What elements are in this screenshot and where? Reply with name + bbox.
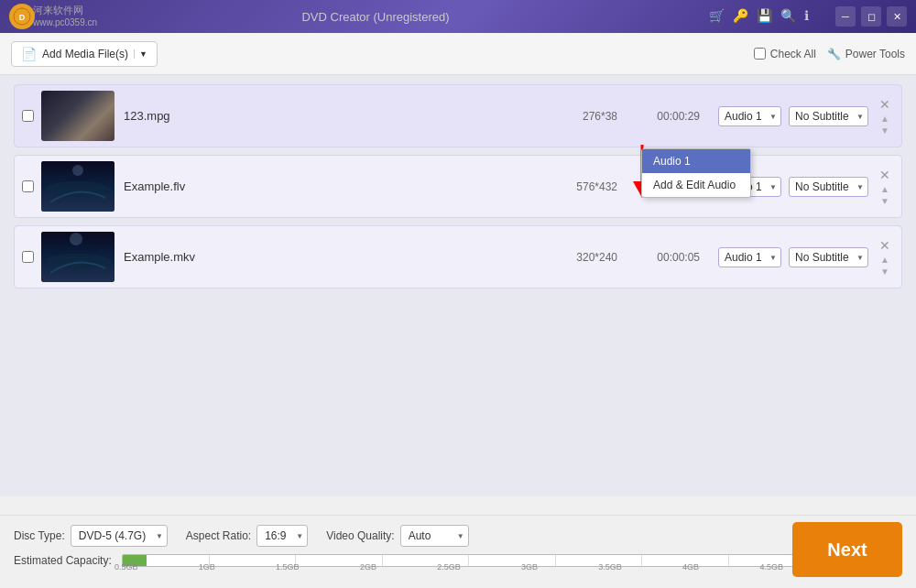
file-duration-3: 00:00:05: [636, 251, 700, 264]
row-3-close-button[interactable]: ✕: [876, 238, 894, 253]
file-thumb-1: [41, 91, 114, 141]
audio-dropdown-menu: Audio 1 Add & Edit Audio: [641, 148, 751, 198]
disc-type-group: Disc Type: DVD-5 (4.7G) DVD-9 (8.5G) BD-…: [14, 525, 168, 547]
toolbar: 📄 Add Media File(s) ▼ Check All 🔧 Power …: [0, 33, 916, 75]
key-icon[interactable]: 🔑: [733, 8, 749, 25]
aspect-ratio-select[interactable]: 16:9 4:3: [256, 525, 308, 547]
add-media-icon: 📄: [21, 47, 37, 61]
subtitle-select-wrap-2: No Subtitle: [789, 177, 868, 197]
capacity-row: Estimated Capacity: 0.5GB 1GB 1.5GB 2GB …: [14, 554, 902, 567]
power-tools-label: Power Tools: [845, 48, 905, 60]
file-thumb-2: [41, 161, 114, 212]
add-media-dropdown-arrow: ▼: [134, 49, 147, 59]
subtitle-select-wrap-1: No Subtitle: [789, 106, 868, 126]
title-text: DVD Creator (Unregistered): [42, 10, 709, 24]
disc-type-select[interactable]: DVD-5 (4.7G) DVD-9 (8.5G) BD-25 (25G): [71, 525, 168, 547]
aspect-ratio-select-wrap: 16:9 4:3: [256, 525, 308, 547]
file-dims-1: 276*38: [553, 110, 617, 123]
disc-type-select-wrap: DVD-5 (4.7G) DVD-9 (8.5G) BD-25 (25G): [71, 525, 168, 547]
row-3-up-button[interactable]: ▲: [880, 255, 889, 265]
subtitle-select-wrap-3: No Subtitle: [789, 247, 868, 267]
bottom-bar: Disc Type: DVD-5 (4.7G) DVD-9 (8.5G) BD-…: [0, 515, 916, 588]
dropdown-item-audio1[interactable]: Audio 1: [642, 149, 750, 173]
row-2-up-button[interactable]: ▲: [880, 184, 889, 194]
row-3-down-button[interactable]: ▼: [880, 267, 889, 277]
video-quality-label: Video Quality:: [326, 529, 395, 542]
audio-select-3[interactable]: Audio 1: [718, 247, 781, 267]
file-row-1: 123.mpg 276*38 00:00:29 Audio 1 No Subti…: [14, 84, 902, 147]
disc-type-label: Disc Type:: [14, 529, 65, 542]
file-thumb-3: [41, 232, 114, 282]
watermark: 河来软件网 www.pc0359.cn: [33, 4, 97, 27]
file-row-2: Example.flv 576*432 00:00:05 Audio 1 No …: [14, 155, 902, 218]
check-all-checkbox[interactable]: [754, 48, 766, 60]
capacity-tick-labels: 0.5GB 1GB 1.5GB 2GB 2.5GB 3GB 3.5GB 4GB …: [114, 562, 783, 572]
main-content: 123.mpg 276*38 00:00:29 Audio 1 No Subti…: [0, 75, 916, 496]
video-quality-select-wrap: Auto High Medium Low: [400, 525, 469, 547]
save-icon[interactable]: 💾: [757, 8, 773, 25]
row-actions-2: ✕ ▲ ▼: [876, 168, 894, 206]
file-duration-1: 00:00:29: [636, 110, 700, 123]
svg-point-5: [46, 181, 110, 196]
add-media-label: Add Media File(s): [42, 48, 128, 60]
add-media-button[interactable]: 📄 Add Media File(s) ▼: [11, 41, 158, 67]
svg-point-6: [72, 165, 83, 176]
power-tools-button[interactable]: 🔧 Power Tools: [827, 48, 905, 60]
check-all-label: Check All: [770, 48, 816, 60]
cart-icon[interactable]: 🛒: [709, 8, 725, 25]
row-1-close-button[interactable]: ✕: [876, 97, 894, 112]
aspect-ratio-group: Aspect Ratio: 16:9 4:3: [186, 525, 308, 547]
capacity-label: Estimated Capacity:: [14, 554, 114, 567]
subtitle-select-2[interactable]: No Subtitle: [789, 177, 868, 197]
aspect-ratio-label: Aspect Ratio:: [186, 529, 251, 542]
file-controls-3: Audio 1 No Subtitle: [718, 247, 868, 267]
next-button[interactable]: Next: [792, 522, 902, 577]
file-dims-3: 320*240: [553, 251, 617, 264]
file-name-1: 123.mpg: [124, 109, 553, 123]
power-tools-icon: 🔧: [827, 48, 841, 60]
restore-button[interactable]: ◻: [861, 6, 881, 27]
subtitle-select-1[interactable]: No Subtitle: [789, 106, 868, 126]
row-actions-3: ✕ ▲ ▼: [876, 238, 894, 277]
toolbar-right: Check All 🔧 Power Tools: [754, 48, 905, 60]
row-actions-1: ✕ ▲ ▼: [876, 97, 894, 136]
subtitle-select-3[interactable]: No Subtitle: [789, 247, 868, 267]
file-name-3: Example.mkv: [124, 250, 553, 264]
row-1-down-button[interactable]: ▼: [880, 125, 889, 136]
audio-select-wrap-3: Audio 1: [718, 247, 781, 267]
row-2-down-button[interactable]: ▼: [880, 196, 889, 206]
row-2-checkbox[interactable]: [22, 180, 34, 192]
minimize-button[interactable]: ─: [835, 6, 856, 27]
close-button[interactable]: ✕: [887, 6, 907, 27]
row-3-checkbox[interactable]: [22, 251, 34, 263]
svg-text:D: D: [19, 13, 26, 22]
file-dims-2: 576*432: [553, 180, 617, 193]
check-all-wrap: Check All: [754, 48, 816, 60]
watermark-line2: www.pc0359.cn: [33, 17, 97, 27]
row-1-checkbox[interactable]: [22, 110, 34, 122]
audio-select-1[interactable]: Audio 1: [718, 106, 781, 126]
file-name-2: Example.flv: [124, 180, 553, 193]
svg-point-9: [70, 233, 82, 245]
file-controls-1: Audio 1 No Subtitle: [718, 106, 868, 126]
audio-select-wrap-1: Audio 1: [718, 106, 781, 126]
video-quality-select[interactable]: Auto High Medium Low: [400, 525, 469, 547]
video-quality-group: Video Quality: Auto High Medium Low: [326, 525, 469, 547]
watermark-line1: 河来软件网: [33, 4, 97, 17]
row-2-close-button[interactable]: ✕: [876, 168, 894, 182]
search-icon[interactable]: 🔍: [780, 8, 797, 25]
window-controls: ─ ◻ ✕: [835, 6, 907, 27]
title-bar: D 河来软件网 www.pc0359.cn DVD Creator (Unreg…: [0, 0, 916, 33]
file-row-3: Example.mkv 320*240 00:00:05 Audio 1 No …: [14, 225, 902, 289]
bottom-controls-row: Disc Type: DVD-5 (4.7G) DVD-9 (8.5G) BD-…: [14, 525, 902, 547]
info-icon[interactable]: ℹ: [804, 8, 821, 25]
row-1-up-button[interactable]: ▲: [880, 114, 889, 124]
app-logo: D: [9, 4, 35, 29]
dropdown-item-add-edit[interactable]: Add & Edit Audio: [642, 173, 750, 197]
title-icon-group: 🛒 🔑 💾 🔍 ℹ: [709, 8, 821, 25]
